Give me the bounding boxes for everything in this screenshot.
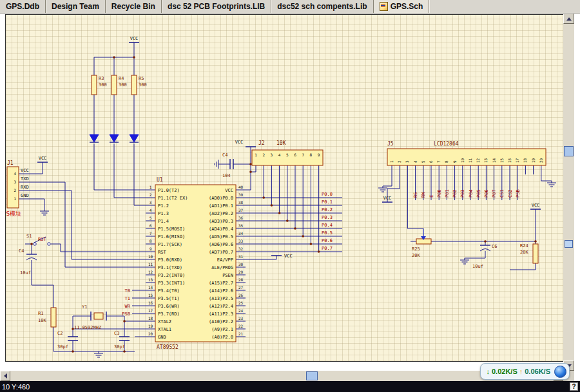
net-label-p0: P0.7 [322,246,333,251]
tab-gps-sch[interactable]: GPS.Sch [374,0,430,13]
j2-value: 10K [276,140,286,146]
u1-left-pin-name: P1.7(SCK) [158,242,182,247]
u1-left-pin-name: P1.5(MOSI) [158,227,185,232]
u1-right-pin-number: 27 [238,285,244,290]
u1-left-pin-number: 6 [150,223,152,228]
u1-left-pin-name: P3.2(INT0) [158,273,185,278]
u1-left-pin-number: 1 [150,185,152,189]
vertical-scrollbar[interactable] [563,14,574,371]
u1-left-pin-number: 16 [148,301,153,305]
r1-value: 10K [38,318,46,323]
u1-right-pin-number: 32 [238,247,244,251]
c6-value: 10uf [472,264,483,269]
u1-right-pin-number: 21 [238,331,244,336]
capacitor-c3[interactable]: C3 30pf [114,331,130,350]
network-speed-overlay[interactable]: ↓ 0.02K/S ↑ 0.06K/S [480,363,570,380]
u1-left-pin-name: P1.0(T2) [158,188,180,193]
workspace: R3300R4300R5300 J1 GPS模块 4VCC3TXD2RXD1GN… [0,14,580,381]
horizontal-scroll-thumb[interactable] [306,371,318,380]
capacitor-c2[interactable]: C2 30pf [57,331,78,350]
potentiometer-r25[interactable]: R25 20K [412,229,431,258]
u1-left-pin-name: P1.1(T2 EX) [158,196,188,201]
schematic-drawing: R3300R4300R5300 J1 GPS模块 4VCC3TXD2RXD1GN… [6,15,563,361]
resistor-r24[interactable]: R24 20K [520,243,538,263]
j5-signal-label: P07 [492,189,497,198]
j5-signal-label: P03 [460,189,465,198]
j5-pin-number: 7 [436,160,441,163]
ic-u1[interactable]: U1 AT89S52 1P1.0(T2)2P1.1(T2 EX)3P1.24P1… [148,177,244,350]
j5-ref: J5 [387,141,394,147]
j5-pin-number: 18 [523,158,527,163]
j5-pin-number: 1 [389,160,394,163]
j5-pin-number: 2 [397,160,401,163]
vcc-label: VCC [39,156,47,161]
capacitor-c4-reset[interactable]: C4 10uf [19,248,37,275]
tab-dsc-52-pcb-footprints-lib[interactable]: dsc 52 PCB Footprints.LIB [162,0,271,13]
junction-dot [271,204,273,207]
u1-right-pin-name: (AD0)P0.0 [209,196,233,201]
j1-pin-name: GND [21,193,29,198]
leds[interactable] [90,135,139,142]
j1-pin-name: VCC [21,168,29,173]
tab-design-team[interactable]: Design Team [46,0,106,13]
respack-j2[interactable]: J2 10K 123456789 [252,140,323,165]
u1-left-pin-name: P3.1(TXD) [158,265,182,270]
tab-label: dsc52 sch compents.Lib [277,2,367,11]
status-bar: 10 Y:460 ? [0,381,580,392]
u1-left-pin-number: 5 [150,216,152,220]
scroll-up-button[interactable] [563,14,574,24]
resistor-bank-r3-r4-r5[interactable]: R3300R4300R5300 [92,75,147,95]
u1-right-pin-name: (AD3)P0.3 [209,219,233,224]
u1-right-pin-number: 37 [238,208,244,212]
network-globe-icon[interactable] [554,366,566,378]
horizontal-scrollbar[interactable] [0,371,563,381]
c3-ref: C3 [114,331,119,336]
net-label-wr: WR [125,304,131,309]
connector-j5-lcd[interactable]: J5 LCD12864 1234RS5RW6E7P008P019P0210P03… [387,141,546,198]
j5-pin-number: 12 [476,158,480,163]
scroll-left-button[interactable] [0,371,10,381]
tab-recycle-bin[interactable]: Recycle Bin [106,0,162,13]
y1-ref: Y1 [82,304,87,310]
vcc-label: VCC [383,196,392,201]
tab-gps-ddb[interactable]: GPS.Ddb [0,0,46,13]
tab-dsc52-sch-compents-lib[interactable]: dsc52 sch compents.Lib [271,0,373,13]
u1-left-pin-name: P3.3(INT1) [158,281,185,286]
application-window: GPS.DdbDesign TeamRecycle Bindsc 52 PCB … [0,0,580,392]
up-arrow-icon [566,17,572,21]
net-label-p0: P0.5 [322,230,333,236]
schematic-canvas[interactable]: R3300R4300R5300 J1 GPS模块 4VCC3TXD2RXD1GN… [0,14,563,371]
connector-j1[interactable]: J1 GPS模块 4VCC3TXD2RXD1GND [6,160,29,217]
crystal-y1[interactable]: Y1 11.0592MHZ [74,304,106,330]
help-button[interactable]: ? [570,382,578,391]
capacitor-c6[interactable]: C6 10uf [472,244,497,269]
u1-right-pin-number: 26 [238,293,244,297]
junction-dot [113,56,115,59]
u1-right-pin-name: (AD1)P0.1 [209,203,233,209]
j5-pin-number: 20 [539,158,543,163]
u1-left-pin-name: P3.5(T1) [158,296,180,301]
junction-dot [310,243,313,245]
resistor-r1[interactable]: R1 10K [38,308,56,327]
c4a-ref: C4 [222,153,227,158]
j5-signal-label: CS1 [499,189,505,198]
j5-signal-label: P02 [452,189,458,198]
u1-right-pin-number: 30 [238,262,244,266]
j1-pin-number: 1 [14,196,16,201]
junction-dot [72,328,74,330]
u1-right-pin-name: (AD4)P0.4 [209,227,233,232]
u1-left-pin-name: XTAL1 [158,327,171,332]
vertical-scroll-thumb[interactable] [564,146,574,156]
u1-left-pin-number: 19 [148,324,153,328]
u1-left-pin-name: P3.6(WR) [158,304,180,309]
j2-pin-number: 6 [294,153,296,157]
u1-right-pin-number: 36 [238,216,244,220]
j5-pin-number: 3 [405,160,409,163]
capacitor-c4-decoupling[interactable]: C4 104 [222,153,233,178]
u1-right-pin-name: (A13)P2.5 [209,296,233,301]
u1-right-pin-name: (A11)P2.3 [209,312,233,317]
u1-right-pin-number: 25 [238,301,244,305]
p0-net-labels: P0.0P0.1P0.2P0.3P0.4P0.5P0.6P0.7 [322,192,333,251]
j5-pin-number: 9 [452,160,457,163]
schematic-sheet[interactable]: R3300R4300R5300 J1 GPS模块 4VCC3TXD2RXD1GN… [5,14,563,362]
